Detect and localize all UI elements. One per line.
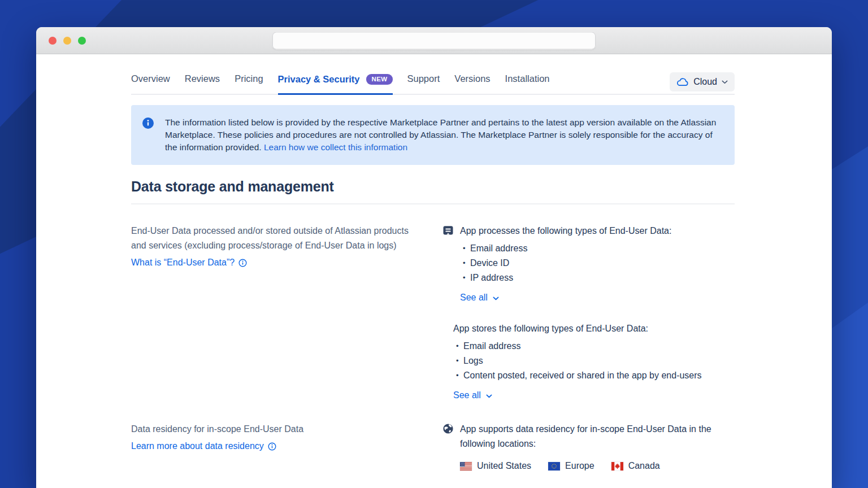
- stores-item: App stores the following types of End-Us…: [453, 321, 735, 403]
- hosting-selector-cloud[interactable]: Cloud: [670, 72, 735, 91]
- row-data-residency: Data residency for in-scope End-User Dat…: [131, 403, 735, 473]
- location-canada: Canada: [611, 459, 660, 473]
- note-icon: [442, 224, 454, 305]
- row-end-user-data-label: End-User Data processed and/or stored ou…: [131, 224, 426, 253]
- location-name: Europe: [565, 459, 594, 473]
- minimize-window-button[interactable]: [63, 37, 71, 45]
- browser-window: Overview Reviews Pricing Privacy & Secur…: [36, 27, 832, 488]
- app-nav: Overview Reviews Pricing Privacy & Secur…: [131, 67, 735, 95]
- see-all-stores-link[interactable]: See all: [453, 388, 492, 403]
- address-bar[interactable]: [272, 32, 596, 49]
- info-circle-icon: [268, 442, 276, 451]
- tab-overview[interactable]: Overview: [131, 67, 170, 94]
- tab-privacy-security-label: Privacy & Security: [278, 74, 360, 85]
- stores-list: Email address Logs Content posted, recei…: [453, 339, 702, 383]
- section-title: Data storage and management: [131, 178, 735, 195]
- cloud-icon: [676, 77, 689, 86]
- row-end-user-data: End-User Data processed and/or stored ou…: [131, 204, 735, 403]
- chevron-down-icon: [493, 295, 499, 300]
- page-content: Overview Reviews Pricing Privacy & Secur…: [36, 67, 832, 488]
- row-data-residency-label: Data residency for in-scope End-User Dat…: [131, 422, 426, 437]
- zoom-window-button[interactable]: [78, 37, 86, 45]
- see-all-label: See all: [460, 290, 488, 305]
- eu-flag: [548, 462, 560, 470]
- cloud-selector-label: Cloud: [693, 77, 717, 87]
- collect-info-link[interactable]: Learn how we collect this information: [264, 142, 407, 152]
- chevron-down-icon: [722, 80, 728, 84]
- tab-versions[interactable]: Versions: [454, 67, 490, 94]
- new-badge: NEW: [366, 74, 392, 85]
- row-data-residency-right: App supports data residency for in-scope…: [442, 422, 735, 473]
- banner-message: The information listed below is provided…: [165, 117, 716, 152]
- banner-text: The information listed below is provided…: [165, 116, 718, 154]
- list-item: IP address: [460, 271, 671, 285]
- traffic-lights: [49, 37, 86, 45]
- location-name: United States: [477, 459, 531, 473]
- processes-body: App processes the following types of End…: [460, 224, 671, 305]
- residency-title: App supports data residency for in-scope…: [460, 422, 735, 451]
- tab-privacy-security[interactable]: Privacy & Security NEW: [278, 67, 393, 95]
- row-end-user-data-left: End-User Data processed and/or stored ou…: [131, 224, 442, 403]
- info-icon: [142, 116, 154, 129]
- ca-flag: [611, 462, 623, 470]
- residency-locations: United States: [460, 459, 735, 473]
- see-all-label: See all: [453, 388, 481, 403]
- globe-icon: [442, 422, 454, 473]
- tab-bar: Overview Reviews Pricing Privacy & Secur…: [131, 67, 735, 94]
- tab-installation[interactable]: Installation: [505, 67, 550, 94]
- location-name: Canada: [628, 459, 660, 473]
- stores-title: App stores the following types of End-Us…: [453, 321, 702, 336]
- residency-item: App supports data residency for in-scope…: [442, 422, 735, 473]
- location-united-states: United States: [460, 459, 531, 473]
- list-item: Email address: [460, 241, 671, 256]
- what-is-end-user-data-link[interactable]: What is “End-User Data”?: [131, 258, 247, 268]
- what-is-end-user-data-label: What is “End-User Data”?: [131, 258, 235, 268]
- tab-pricing[interactable]: Pricing: [235, 67, 263, 94]
- learn-more-data-residency-link[interactable]: Learn more about data residency: [131, 441, 276, 451]
- residency-body: App supports data residency for in-scope…: [460, 422, 735, 473]
- tab-support[interactable]: Support: [407, 67, 440, 94]
- learn-more-label: Learn more about data residency: [131, 441, 264, 451]
- partner-info-banner: The information listed below is provided…: [131, 105, 735, 165]
- list-item: Logs: [453, 354, 702, 368]
- info-circle-icon: [238, 258, 247, 267]
- tab-reviews[interactable]: Reviews: [185, 67, 220, 94]
- list-item: Device ID: [460, 256, 671, 271]
- location-europe: Europe: [548, 459, 594, 473]
- row-in-scope-data: List of in-scope End-User Data App store…: [131, 473, 735, 488]
- list-item: Content posted, received or shared in th…: [453, 368, 702, 383]
- chevron-down-icon: [486, 393, 492, 398]
- row-end-user-data-right: App processes the following types of End…: [442, 224, 735, 403]
- processes-item: App processes the following types of End…: [442, 224, 735, 305]
- list-item: Email address: [453, 339, 702, 354]
- window-titlebar: [36, 27, 832, 54]
- stores-body: App stores the following types of End-Us…: [453, 321, 702, 403]
- us-flag: [460, 462, 472, 470]
- see-all-processes-link[interactable]: See all: [460, 290, 499, 305]
- processes-list: Email address Device ID IP address: [460, 241, 671, 285]
- row-data-residency-left: Data residency for in-scope End-User Dat…: [131, 422, 442, 473]
- close-window-button[interactable]: [49, 37, 57, 45]
- processes-title: App processes the following types of End…: [460, 224, 671, 238]
